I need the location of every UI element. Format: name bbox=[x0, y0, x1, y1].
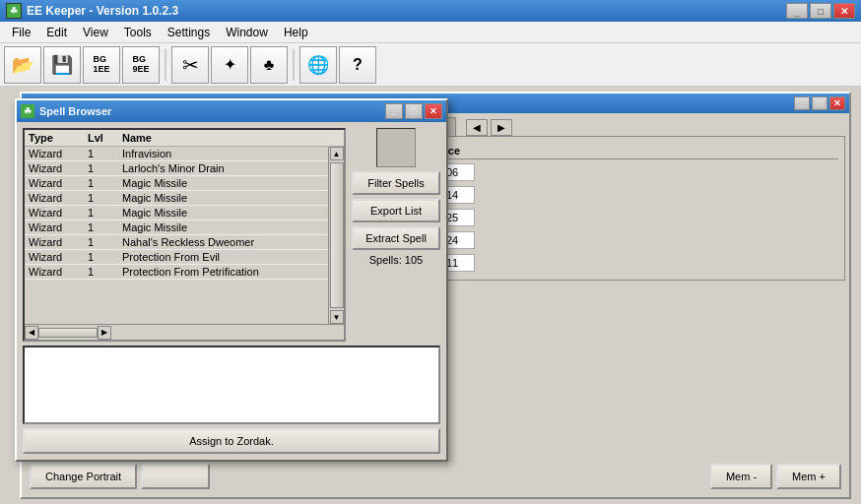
toolbar: 📂 💾 BG1EE BG9EE ✂ ✦ ♣ 🌐 ? bbox=[0, 43, 861, 87]
spell-row-1[interactable]: Wizard 1 Larloch's Minor Drain bbox=[25, 161, 328, 176]
star-button[interactable]: ✦ bbox=[211, 46, 248, 84]
bg1ee-button[interactable]: BG1EE bbox=[83, 46, 120, 84]
app-icon: ☘ bbox=[6, 3, 22, 19]
spell-count: Spells: 105 bbox=[352, 254, 440, 266]
globe-button[interactable]: 🌐 bbox=[299, 46, 337, 84]
maximize-button[interactable]: □ bbox=[810, 3, 831, 19]
cut-button[interactable]: ✂ bbox=[171, 46, 209, 84]
close-button[interactable]: ✕ bbox=[833, 3, 855, 19]
spell-row-8[interactable]: Wizard 1 Protection From Petrification bbox=[25, 265, 328, 280]
menu-window[interactable]: Window bbox=[218, 22, 276, 42]
spell-browser-dialog: ☘ Spell Browser _ □ ✕ Type Lvl Name bbox=[15, 98, 448, 462]
save-button[interactable]: 💾 bbox=[43, 46, 81, 84]
header-type: Type bbox=[29, 132, 88, 144]
spell-list-area: Type Lvl Name Wizard 1 Infravision bbox=[23, 128, 440, 342]
mem-plus-button[interactable]: Mem + bbox=[776, 464, 841, 489]
mem-buttons: Mem - Mem + bbox=[710, 464, 841, 489]
spell-list-scroll-area: Wizard 1 Infravision Wizard 1 Larloch's … bbox=[25, 147, 344, 324]
spell-row-4[interactable]: Wizard 1 Magic Missile bbox=[25, 206, 328, 220]
tab-scroll-right[interactable]: ▶ bbox=[491, 119, 512, 136]
spell-row-5[interactable]: Wizard 1 Magic Missile bbox=[25, 220, 328, 235]
dialog-icon: ☘ bbox=[21, 104, 34, 118]
spell-row-3[interactable]: Wizard 1 Magic Missile bbox=[25, 191, 328, 206]
title-bar: ☘ EE Keeper - Version 1.0.2.3 _ □ ✕ bbox=[0, 0, 861, 22]
menu-file[interactable]: File bbox=[4, 22, 38, 42]
header-name: Name bbox=[122, 132, 340, 144]
main-area: _ □ ✕ Inventory Memorization Innate Wiza… bbox=[0, 87, 861, 504]
spell-list-header: Type Lvl Name bbox=[25, 130, 344, 147]
spell-row-7[interactable]: Wizard 1 Protection From Evil bbox=[25, 250, 328, 265]
export-list-button[interactable]: Export List bbox=[352, 199, 440, 222]
dialog-close[interactable]: ✕ bbox=[425, 103, 442, 119]
scroll-thumb[interactable] bbox=[330, 162, 344, 308]
scroll-down-arrow[interactable]: ▼ bbox=[330, 310, 344, 324]
header-lvl: Lvl bbox=[88, 132, 122, 144]
spell-right-panel: Filter Spells Export List Extract Spell … bbox=[352, 128, 440, 342]
menu-bar: File Edit View Tools Settings Window Hel… bbox=[0, 22, 861, 43]
assign-button[interactable]: Assign to Zordak. bbox=[23, 428, 440, 454]
tab-scroll-left[interactable]: ◀ bbox=[466, 119, 488, 136]
scroll-left-arrow[interactable]: ◀ bbox=[25, 326, 38, 340]
spell-row-0[interactable]: Wizard 1 Infravision bbox=[25, 147, 328, 161]
scroll-right-arrow[interactable]: ▶ bbox=[98, 326, 111, 340]
vertical-scrollbar[interactable]: ▲ ▼ bbox=[328, 147, 344, 324]
spell-list-panel: Type Lvl Name Wizard 1 Infravision bbox=[23, 128, 346, 342]
spell-list-scroll[interactable]: Wizard 1 Infravision Wizard 1 Larloch's … bbox=[25, 147, 328, 324]
spell-preview-image bbox=[376, 128, 416, 167]
menu-view[interactable]: View bbox=[75, 22, 116, 42]
minimize-button[interactable]: _ bbox=[786, 3, 808, 19]
main-win-maximize[interactable]: □ bbox=[812, 96, 828, 110]
toolbar-separator bbox=[165, 49, 166, 81]
mem-minus-button[interactable]: Mem - bbox=[710, 464, 772, 489]
extract-spell-button[interactable]: Extract Spell bbox=[352, 226, 440, 250]
open-button[interactable]: 📂 bbox=[4, 46, 41, 84]
menu-help[interactable]: Help bbox=[276, 22, 316, 42]
spell-browser-titlebar: ☘ Spell Browser _ □ ✕ bbox=[17, 100, 446, 122]
spell-browser-title: Spell Browser bbox=[39, 105, 111, 117]
spell-row-6[interactable]: Wizard 1 Nahal's Reckless Dweomer bbox=[25, 235, 328, 250]
toolbar-separator2 bbox=[293, 49, 295, 81]
filter-spells-button[interactable]: Filter Spells bbox=[352, 171, 440, 195]
dialog-maximize[interactable]: □ bbox=[405, 103, 423, 119]
menu-tools[interactable]: Tools bbox=[116, 22, 160, 42]
dialog-minimize[interactable]: _ bbox=[385, 103, 403, 119]
bg9ee-button[interactable]: BG9EE bbox=[122, 46, 160, 84]
menu-settings[interactable]: Settings bbox=[160, 22, 218, 42]
spell-row-2[interactable]: Wizard 1 Magic Missile bbox=[25, 176, 328, 191]
h-scroll-thumb[interactable] bbox=[38, 328, 98, 338]
scroll-up-arrow[interactable]: ▲ bbox=[330, 147, 344, 160]
menu-edit[interactable]: Edit bbox=[38, 22, 75, 42]
help-button[interactable]: ? bbox=[339, 46, 376, 84]
spell-browser-content: Type Lvl Name Wizard 1 Infravision bbox=[17, 122, 446, 460]
change-portrait-button[interactable]: Change Portrait bbox=[30, 464, 137, 489]
spell-description bbox=[23, 346, 440, 424]
creature-button[interactable]: ♣ bbox=[250, 46, 288, 84]
main-win-minimize[interactable]: _ bbox=[794, 96, 810, 110]
horizontal-scrollbar[interactable]: ◀ ▶ bbox=[25, 324, 344, 340]
app-title: EE Keeper - Version 1.0.2.3 bbox=[27, 4, 178, 18]
unknown-button[interactable] bbox=[141, 464, 210, 489]
main-win-close[interactable]: ✕ bbox=[829, 96, 845, 110]
